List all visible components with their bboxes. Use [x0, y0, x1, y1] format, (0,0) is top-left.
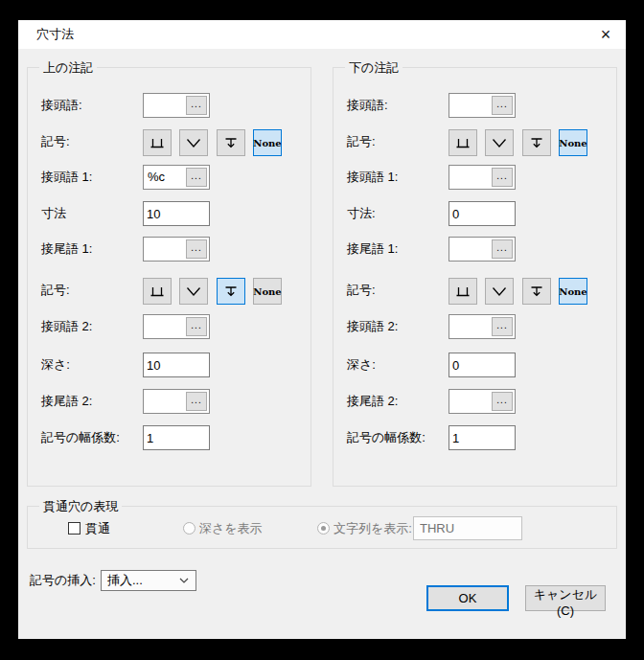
upper-symbol-top-label: 記号:: [41, 129, 70, 154]
lower-depth-input[interactable]: [448, 353, 516, 377]
lower-top-depth-button[interactable]: [522, 129, 551, 156]
lower-prefix2-label: 接頭語 2:: [347, 314, 398, 339]
counterbore-icon: [149, 283, 166, 300]
close-icon[interactable]: ×: [589, 21, 622, 48]
upper-width-factor-label: 記号の幅係数:: [41, 425, 120, 450]
upper-prefix-label: 接頭語:: [41, 93, 82, 118]
upper-bottom-counterbore-button[interactable]: [143, 278, 172, 305]
insert-symbol-dropdown[interactable]: 挿入...: [101, 570, 196, 591]
countersink-icon: [491, 134, 508, 151]
lower-width-factor-input[interactable]: [448, 425, 516, 450]
upper-prefix2-row: 接頭語 2: ...: [28, 314, 310, 341]
upper-suffix1-field[interactable]: ...: [143, 237, 210, 262]
lower-suffix1-label: 接尾語 1:: [347, 237, 398, 262]
dialog-title: 穴寸法: [36, 20, 74, 49]
lower-suffix1-row: 接尾語 1: ...: [334, 237, 616, 263]
lower-group-title: 下の注記: [345, 59, 402, 77]
lower-prefix-browse-button[interactable]: ...: [492, 96, 513, 115]
upper-dimension-label: 寸法: [41, 201, 66, 226]
upper-prefix1-browse-button[interactable]: ...: [186, 168, 207, 187]
upper-bottom-depth-button[interactable]: [217, 278, 245, 305]
lower-prefix1-label: 接頭語 1:: [347, 165, 398, 190]
lower-prefix1-field[interactable]: ...: [448, 165, 516, 190]
lower-symbol-top-row: 記号: None: [334, 129, 616, 156]
show-text-radio-label: 文字列を表示:: [334, 520, 412, 537]
chevron-down-icon: [179, 578, 189, 584]
counterbore-icon: [454, 134, 472, 151]
upper-width-factor-input[interactable]: [143, 425, 210, 450]
cancel-button[interactable]: キャンセル(C): [525, 585, 606, 611]
upper-prefix2-browse-button[interactable]: ...: [186, 317, 207, 336]
lower-prefix-row: 接頭語: ...: [334, 93, 616, 120]
lower-suffix2-field[interactable]: ...: [448, 389, 516, 414]
upper-bottom-none-button[interactable]: None: [253, 278, 282, 305]
upper-suffix1-row: 接尾語 1: ...: [28, 237, 310, 263]
lower-suffix2-row: 接尾語 2: ...: [334, 389, 616, 416]
lower-annotation-group: 下の注記 接頭語: ... 記号: None: [333, 67, 617, 487]
upper-suffix1-browse-button[interactable]: ...: [186, 239, 207, 259]
counterbore-icon: [454, 283, 472, 300]
lower-bottom-countersink-button[interactable]: [485, 278, 514, 305]
lower-prefix-label: 接頭語:: [347, 93, 388, 118]
depth-icon: [528, 134, 545, 151]
upper-top-none-button[interactable]: None: [253, 129, 282, 156]
lower-suffix1-field[interactable]: ...: [448, 237, 516, 262]
lower-suffix2-browse-button[interactable]: ...: [492, 392, 513, 411]
through-checkbox[interactable]: [68, 522, 80, 535]
upper-bottom-countersink-button[interactable]: [179, 278, 208, 305]
show-depth-radio: [183, 522, 196, 535]
through-checkbox-label: 貫通: [85, 520, 110, 537]
upper-dimension-row: 寸法: [28, 201, 310, 228]
lower-bottom-depth-button[interactable]: [522, 278, 551, 305]
upper-group-title: 上の注記: [39, 59, 97, 77]
upper-prefix2-label: 接頭語 2:: [41, 314, 92, 339]
lower-prefix1-browse-button[interactable]: ...: [492, 168, 513, 187]
show-text-radio: [317, 522, 330, 535]
upper-annotation-group: 上の注記 接頭語: ... 記号: None: [27, 67, 311, 487]
upper-width-factor-row: 記号の幅係数:: [28, 425, 310, 452]
lower-prefix2-browse-button[interactable]: ...: [492, 317, 513, 336]
lower-suffix2-label: 接尾語 2:: [347, 389, 398, 414]
upper-prefix-field[interactable]: ...: [143, 93, 210, 118]
lower-dimension-input[interactable]: [448, 201, 516, 226]
lower-suffix1-browse-button[interactable]: ...: [492, 239, 513, 259]
show-depth-radio-label: 深さを表示: [199, 520, 263, 537]
upper-top-counterbore-button[interactable]: [143, 129, 172, 156]
lower-prefix1-row: 接頭語 1: ...: [334, 165, 616, 192]
hole-dimension-dialog: 穴寸法 × 上の注記 接頭語: ... 記号:: [18, 20, 626, 639]
counterbore-icon: [149, 134, 166, 151]
lower-top-countersink-button[interactable]: [485, 129, 514, 156]
depth-icon: [222, 283, 240, 300]
lower-bottom-none-button[interactable]: None: [559, 278, 587, 305]
lower-prefix-field[interactable]: ...: [448, 93, 516, 118]
upper-depth-input[interactable]: [143, 353, 210, 377]
upper-dimension-input[interactable]: [143, 201, 210, 226]
through-hole-group: 貫通穴の表現 貫通 深さを表示 文字列を表示:: [27, 506, 617, 549]
upper-suffix1-label: 接尾語 1:: [41, 237, 92, 262]
lower-width-factor-label: 記号の幅係数:: [347, 425, 426, 450]
upper-depth-label: 深さ:: [41, 353, 70, 377]
countersink-icon: [185, 283, 202, 300]
lower-width-factor-row: 記号の幅係数:: [334, 425, 616, 452]
lower-bottom-counterbore-button[interactable]: [448, 278, 477, 305]
ok-button[interactable]: OK: [426, 585, 509, 611]
upper-suffix2-row: 接尾語 2: ...: [28, 389, 310, 416]
lower-top-counterbore-button[interactable]: [448, 129, 477, 156]
lower-prefix2-row: 接頭語 2: ...: [334, 314, 616, 341]
lower-dimension-label: 寸法:: [347, 201, 376, 226]
lower-top-none-button[interactable]: None: [559, 129, 587, 156]
countersink-icon: [491, 283, 508, 300]
title-bar: 穴寸法 ×: [18, 20, 626, 49]
lower-symbol-top-label: 記号:: [347, 129, 376, 154]
upper-symbol-bottom-row: 記号: None: [28, 278, 310, 305]
upper-suffix2-field[interactable]: ...: [143, 389, 210, 414]
lower-prefix2-field[interactable]: ...: [448, 314, 516, 339]
upper-top-depth-button[interactable]: [217, 129, 245, 156]
upper-symbol-bottom-label: 記号:: [41, 278, 70, 303]
through-hole-group-title: 貫通穴の表現: [39, 498, 122, 515]
upper-prefix-browse-button[interactable]: ...: [186, 96, 207, 115]
upper-prefix1-field[interactable]: %c ...: [143, 165, 210, 190]
upper-prefix2-field[interactable]: ...: [143, 314, 210, 339]
upper-suffix2-browse-button[interactable]: ...: [186, 392, 207, 411]
upper-top-countersink-button[interactable]: [179, 129, 208, 156]
